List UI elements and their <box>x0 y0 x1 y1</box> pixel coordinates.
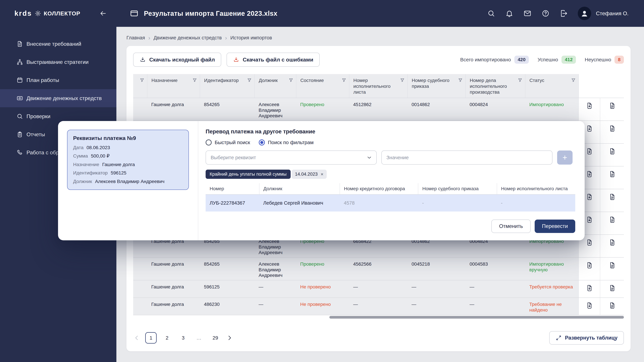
add-filter-button[interactable]: + <box>557 150 572 165</box>
sidebar-item-claims[interactable]: Внесение требований <box>0 35 116 53</box>
breadcrumb-item[interactable]: Главная <box>126 35 145 40</box>
page-button-3[interactable]: 3 <box>178 332 189 344</box>
detail-value: 596125 <box>111 170 126 175</box>
file-download-icon[interactable] <box>586 284 593 292</box>
breadcrumb-separator: › <box>148 35 150 40</box>
mail-icon[interactable] <box>524 9 532 17</box>
file-lines-icon[interactable] <box>608 284 616 292</box>
calendar-icon <box>16 77 23 83</box>
column-header: Должник <box>254 74 296 98</box>
logo-name: КОЛЛЕКТОР <box>44 10 80 17</box>
attribute-select[interactable]: Выберите реквизит <box>206 150 377 165</box>
funnel-icon[interactable] <box>518 78 522 82</box>
page-title: Результаты импорта Гашение 2023.xlsx <box>144 10 278 17</box>
cell-select <box>133 257 147 280</box>
sidebar-item-money-movement[interactable]: Движение денежных стредств <box>0 89 116 107</box>
results-column-header: Номер исполнительного листа <box>497 183 575 194</box>
expand-table-button[interactable]: Развернуть таблицу <box>549 331 624 345</box>
file-download-icon[interactable] <box>586 193 593 201</box>
file-download-icon[interactable] <box>586 102 593 109</box>
table-footer: 123…29 Развернуть таблицу <box>133 326 624 351</box>
cell-actions <box>578 257 600 280</box>
filter-chip-label: Крайний день уплаты полной суммы <box>206 170 291 179</box>
download-errors-button[interactable]: Скачать файл с ошибками <box>226 53 320 67</box>
cell-purpose: Гашение долга <box>147 298 200 315</box>
column-header-actions <box>578 74 600 98</box>
detail-value: 08.06.2023 <box>86 145 110 150</box>
horizontal-scrollbar-thumb[interactable] <box>330 316 624 319</box>
breadcrumb-item[interactable]: Движение денежных стредств <box>154 35 222 40</box>
stat-badge: 412 <box>562 56 576 64</box>
file-download-icon[interactable] <box>586 148 593 155</box>
funnel-icon[interactable] <box>458 78 463 82</box>
logout-icon[interactable] <box>560 9 568 17</box>
file-lines-icon[interactable] <box>608 239 616 246</box>
cell-actions <box>600 166 624 189</box>
funnel-icon[interactable] <box>400 78 405 82</box>
funnel-icon[interactable] <box>289 78 293 82</box>
filter-chip-value: 14.04.2023 × <box>292 170 327 179</box>
transfer-button[interactable]: Перевести <box>535 220 575 233</box>
radio-quick[interactable]: Быстрый поиск <box>206 139 250 145</box>
breadcrumb-item: История импортов <box>230 35 272 40</box>
funnel-icon[interactable] <box>247 78 252 82</box>
funnel-icon[interactable] <box>192 78 197 82</box>
funnel-icon[interactable] <box>342 78 346 82</box>
file-download-icon[interactable] <box>586 239 593 246</box>
help-icon[interactable] <box>542 9 550 17</box>
table-row[interactable]: Гашение долга486230—Не проверено———Требо… <box>133 298 624 315</box>
person-icon <box>580 9 589 18</box>
page-button-2[interactable]: 2 <box>161 332 173 344</box>
modal-actions: Отменить Перевести <box>492 220 575 233</box>
file-download-icon[interactable] <box>586 302 593 309</box>
cell-court-order-number: — <box>408 280 466 298</box>
funnel-icon[interactable] <box>571 78 576 82</box>
file-lines-icon[interactable] <box>608 302 616 309</box>
file-lines-icon[interactable] <box>608 170 616 178</box>
file-download-icon[interactable] <box>586 262 593 269</box>
cell-court-order: - <box>418 194 497 212</box>
file-download-icon[interactable] <box>586 125 593 132</box>
sidebar-collapse-button[interactable] <box>98 9 108 18</box>
column-header: Состояние <box>296 74 349 98</box>
prev-page-button[interactable] <box>133 334 140 342</box>
value-input[interactable] <box>381 150 552 165</box>
avatar <box>578 7 591 20</box>
cancel-button[interactable]: Отменить <box>492 220 531 233</box>
stat-success: Успешно412 <box>538 56 576 64</box>
payment-details-fields: Дата08.06.2023Сумма500,00 ₽НазначениеГаш… <box>73 145 183 185</box>
bell-icon[interactable] <box>505 9 513 17</box>
remove-filter-icon[interactable]: × <box>321 172 323 177</box>
search-icon[interactable] <box>487 9 495 17</box>
file-download-icon[interactable] <box>586 170 593 178</box>
cell-number: ЛУБ-222784367 <box>206 194 259 212</box>
toolbar: Скачать исходный файл Скачать файл с оши… <box>133 53 624 67</box>
table-row[interactable]: Гашение долга596125—Не проверено———Требу… <box>133 280 624 298</box>
table-row[interactable]: Гашение долга854265Алексеев Владимир Анд… <box>133 257 624 280</box>
file-lines-icon[interactable] <box>608 125 616 132</box>
file-download-icon[interactable] <box>586 216 593 223</box>
file-lines-icon[interactable] <box>608 262 616 269</box>
payment-detail-row: ДолжникАлексеев Владимир Андреевич <box>73 178 183 185</box>
sidebar-item-label: Движение денежных стредств <box>26 95 102 101</box>
page-button-29[interactable]: 29 <box>210 332 221 344</box>
results-row[interactable]: ЛУБ-222784367Лебедев Сергей Иванович4578… <box>206 194 575 212</box>
cell-state: Не проверено <box>296 298 349 315</box>
page-button-1[interactable]: 1 <box>145 332 157 344</box>
file-lines-icon[interactable] <box>608 216 616 223</box>
table-row[interactable]: Гашение долга854265Алексеев Владимир Анд… <box>133 98 624 121</box>
cell-select <box>133 280 147 298</box>
file-lines-icon[interactable] <box>608 193 616 201</box>
sidebar-item-strategy[interactable]: Выстраивание стратегии <box>0 53 116 71</box>
funnel-icon[interactable] <box>140 78 144 82</box>
download-source-button[interactable]: Скачать исходный файл <box>133 53 221 67</box>
user-menu[interactable]: Стефания О. <box>578 7 628 20</box>
radio-filters[interactable]: Поиск по фильтрам <box>259 139 314 145</box>
file-lines-icon[interactable] <box>608 102 616 109</box>
next-page-button[interactable] <box>226 334 233 342</box>
stat-label: Неуспешно <box>585 57 611 62</box>
cell-id: 854265 <box>200 98 254 121</box>
cell-court-order-number: 0014862 <box>408 98 466 121</box>
sidebar-item-work-plan[interactable]: План работы <box>0 71 116 89</box>
file-lines-icon[interactable] <box>608 148 616 155</box>
